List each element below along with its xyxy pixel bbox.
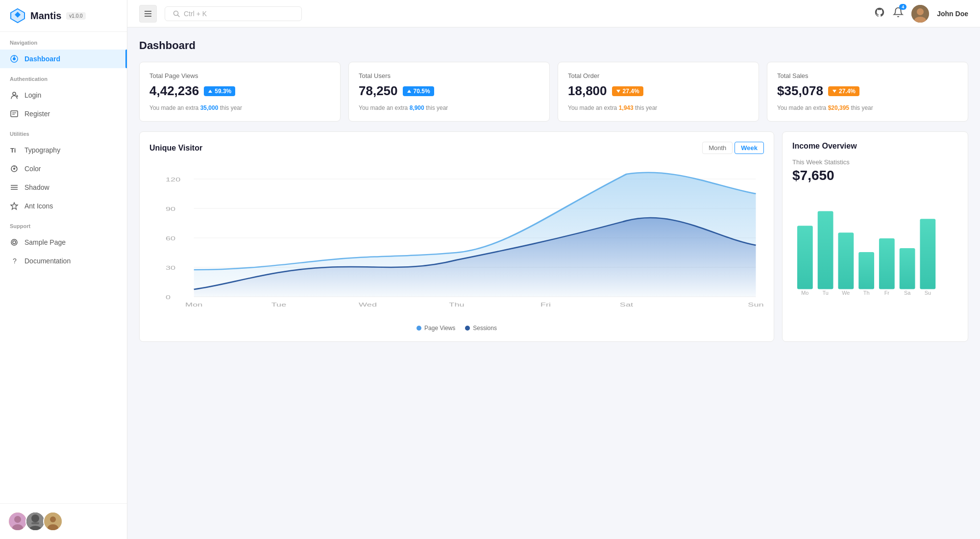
- svg-line-11: [16, 167, 17, 168]
- sidebar-item-typography[interactable]: Ti Typography: [0, 141, 127, 159]
- sidebar-item-register[interactable]: Register: [0, 104, 127, 123]
- svg-text:0: 0: [166, 294, 171, 300]
- svg-text:We: We: [842, 290, 850, 296]
- period-toggle: Month Week: [702, 142, 764, 154]
- legend-dot-sessions: [465, 326, 470, 331]
- sidebar-item-dashboard[interactable]: Dashboard: [0, 50, 127, 68]
- color-icon: [10, 164, 19, 173]
- legend-pageviews: Page Views: [416, 325, 455, 332]
- login-label: Login: [24, 91, 41, 99]
- documentation-icon: ?: [10, 257, 19, 265]
- sidebar-logo: Mantis v1.0.0: [0, 0, 127, 32]
- svg-rect-4: [11, 111, 18, 117]
- stat-badge-0: 59.3%: [204, 86, 235, 96]
- topbar-right: 4 John Doe: [874, 5, 968, 23]
- svg-point-3: [13, 92, 16, 95]
- logo-icon: [10, 8, 25, 24]
- hamburger-button[interactable]: [139, 5, 157, 23]
- period-month-btn[interactable]: Month: [702, 142, 733, 154]
- stat-footer-0: You made an extra 35,000 this year: [149, 104, 330, 111]
- sidebar-item-anticons[interactable]: Ant Icons: [0, 197, 127, 215]
- search-box[interactable]: Ctrl + K: [165, 6, 302, 21]
- svg-rect-53: [797, 226, 813, 289]
- login-icon: [10, 91, 19, 100]
- sidebar-item-samplepage[interactable]: Sample Page: [0, 233, 127, 252]
- chart-header: Unique Visitor Month Week: [149, 142, 764, 154]
- stat-label-3: Total Sales: [777, 72, 958, 79]
- dashboard-label: Dashboard: [24, 55, 60, 63]
- visitor-chart-title: Unique Visitor: [149, 144, 202, 153]
- sidebar-item-shadow[interactable]: Shadow: [0, 178, 127, 197]
- svg-point-22: [31, 514, 39, 522]
- stats-grid: Total Page Views 4,42,236 59.3% You made…: [139, 62, 968, 122]
- svg-text:Wed: Wed: [359, 302, 377, 308]
- sidebar-item-login[interactable]: Login: [0, 86, 127, 104]
- svg-rect-55: [838, 232, 854, 289]
- svg-point-9: [13, 168, 15, 170]
- svg-text:Sat: Sat: [620, 302, 634, 308]
- legend-label-sessions: Sessions: [473, 325, 497, 332]
- typography-icon: Ti: [10, 146, 19, 154]
- anticons-icon: [10, 202, 19, 210]
- github-button[interactable]: [874, 7, 885, 20]
- income-overview-card: Income Overview This Week Statistics $7,…: [782, 131, 968, 342]
- section-label-auth: Authentication: [0, 68, 127, 86]
- stat-footer-1: You made an extra 8,900 this year: [359, 104, 539, 111]
- svg-text:60: 60: [166, 235, 175, 241]
- notification-count: 4: [899, 4, 906, 10]
- svg-text:Mon: Mon: [185, 302, 202, 308]
- svg-text:Mo: Mo: [801, 290, 808, 296]
- shadow-label: Shadow: [24, 183, 49, 191]
- legend-label-pageviews: Page Views: [424, 325, 455, 332]
- user-name: John Doe: [937, 10, 968, 18]
- stat-badge-1: 70.5%: [403, 86, 434, 96]
- svg-text:120: 120: [166, 177, 180, 182]
- income-value: $7,650: [792, 168, 958, 183]
- samplepage-label: Sample Page: [24, 238, 66, 246]
- svg-text:?: ?: [13, 257, 17, 265]
- search-placeholder: Ctrl + K: [184, 10, 207, 18]
- svg-line-32: [178, 15, 180, 17]
- typography-label: Typography: [24, 146, 60, 154]
- svg-text:Tue: Tue: [271, 302, 287, 308]
- svg-rect-56: [858, 252, 874, 289]
- svg-text:Fr: Fr: [884, 290, 890, 296]
- avatar-1: [8, 512, 27, 531]
- notification-button[interactable]: 4: [893, 7, 904, 20]
- svg-text:Sa: Sa: [904, 290, 911, 296]
- sidebar-item-documentation[interactable]: ? Documentation: [0, 252, 127, 270]
- stat-value-0: 4,42,236: [149, 83, 199, 99]
- charts-row: Unique Visitor Month Week 0 30 60 90 120: [139, 131, 968, 342]
- svg-rect-23: [31, 522, 39, 524]
- visitor-chart: 0 30 60 90 120: [149, 162, 764, 321]
- svg-text:Fri: Fri: [540, 302, 551, 308]
- avatar-2: [25, 512, 45, 531]
- income-bar-chart: Mo Tu We Th Fr Sa Su: [792, 191, 958, 301]
- section-label-support: Support: [0, 215, 127, 233]
- section-label-navigation: Navigation: [0, 32, 127, 50]
- legend-dot-pageviews: [416, 326, 421, 331]
- svg-text:Su: Su: [925, 290, 931, 296]
- income-title: Income Overview: [792, 142, 958, 151]
- samplepage-icon: [10, 238, 19, 247]
- topbar: Ctrl + K 4 John Doe: [127, 0, 980, 27]
- stat-value-1: 78,250: [359, 83, 398, 99]
- stat-label-2: Total Order: [568, 72, 749, 79]
- sidebar-nav: Navigation Dashboard Authentication: [0, 32, 127, 270]
- income-subtitle: This Week Statistics: [792, 158, 958, 166]
- sidebar-item-color[interactable]: Color: [0, 159, 127, 178]
- stat-card-orders: Total Order 18,800 27.4% You made an ext…: [558, 62, 759, 122]
- svg-point-15: [11, 239, 17, 245]
- svg-point-34: [917, 8, 924, 15]
- color-label: Color: [24, 165, 41, 173]
- sidebar: Mantis v1.0.0 Navigation Dashboard Authe…: [0, 0, 127, 539]
- app-version: v1.0.0: [66, 12, 85, 20]
- shadow-icon: [10, 183, 19, 192]
- stat-label-1: Total Users: [359, 72, 539, 79]
- page-title: Dashboard: [139, 39, 968, 52]
- main-content: Ctrl + K 4 John Doe Dashboard: [127, 0, 980, 539]
- app-name: Mantis: [30, 10, 61, 22]
- stat-card-users: Total Users 78,250 70.5% You made an ext…: [348, 62, 550, 122]
- period-week-btn[interactable]: Week: [735, 142, 764, 154]
- svg-rect-57: [879, 238, 895, 289]
